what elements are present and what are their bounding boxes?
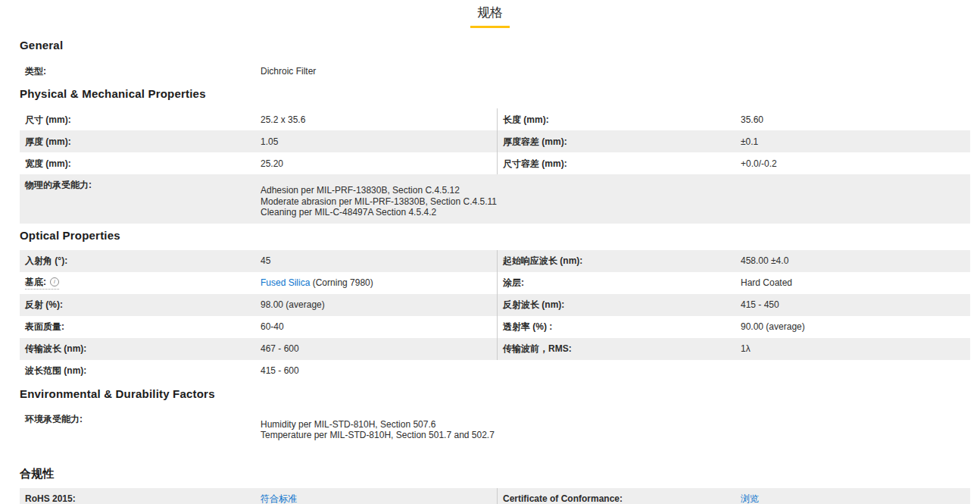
spec-value: Fused Silica (Corning 7980) [261, 272, 497, 294]
spec-value: 90.00 (average) [741, 316, 970, 338]
table-row: 反射 (%): 98.00 (average) 反射波长 (nm): 415 -… [20, 294, 970, 316]
table-row: 尺寸 (mm): 25.2 x 35.6 长度 (mm): 35.60 [20, 108, 970, 130]
spec-value: Adhesion per MIL-PRF-13830B, Section C.4… [261, 174, 970, 224]
spec-value: 60-40 [261, 316, 497, 338]
spec-label: 透射率 (%) : [497, 316, 741, 338]
spec-value: Hard Coated [741, 272, 970, 294]
specifications-page: 规格 General 类型: Dichroic Filter Physical … [0, 0, 980, 504]
spec-value: ±0.1 [741, 130, 970, 152]
spec-label: 环境承受能力: [25, 409, 261, 446]
table-row: 宽度 (mm): 25.20 尺寸容差 (mm): +0.0/-0.2 [20, 152, 970, 174]
spec-label: 反射波长 (nm): [497, 294, 741, 316]
table-row: 环境承受能力: Humidity per MIL-STD-810H, Secti… [20, 409, 970, 446]
spec-label: 表面质量: [25, 316, 261, 338]
spec-label: 宽度 (mm): [25, 152, 261, 174]
spec-value: 35.60 [741, 108, 970, 130]
spec-label: RoHS 2015: [25, 488, 261, 504]
fused-silica-link[interactable]: Fused Silica [261, 277, 310, 288]
info-icon[interactable]: i [50, 277, 59, 286]
section-heading-environmental: Environmental & Durability Factors [20, 387, 970, 401]
spec-value: 1λ [741, 338, 970, 360]
spec-value-lines: Humidity per MIL-STD-810H, Section 507.6… [261, 414, 495, 446]
spec-value-line: Moderate abrasion per MIL-PRF-13830B, Se… [261, 196, 497, 208]
spec-value: 98.00 (average) [261, 294, 497, 316]
table-row: 波长范围 (nm): 415 - 600 [20, 360, 970, 382]
spec-value-line: Temperature per MIL-STD-810H, Section 50… [261, 430, 495, 441]
empty-cell [497, 360, 741, 382]
table-row: 入射角 (°): 45 起始响应波长 (nm): 458.00 ±4.0 [20, 250, 970, 272]
substrate-label[interactable]: 基底: i [25, 272, 261, 294]
environmental-table: 环境承受能力: Humidity per MIL-STD-810H, Secti… [20, 409, 970, 446]
table-row: 厚度 (mm): 1.05 厚度容差 (mm): ±0.1 [20, 130, 970, 152]
table-row: 传输波长 (nm): 467 - 600 传输波前，RMS: 1λ [20, 338, 970, 360]
optical-table: 入射角 (°): 45 起始响应波长 (nm): 458.00 ±4.0 基底:… [20, 250, 970, 382]
spec-label: Certificate of Conformance: [497, 488, 741, 504]
spec-value: 467 - 600 [261, 338, 497, 360]
spec-value-lines: Adhesion per MIL-PRF-13830B, Section C.4… [261, 180, 497, 224]
table-row: 表面质量: 60-40 透射率 (%) : 90.00 (average) [20, 316, 970, 338]
spec-value-line: Cleaning per MIL-C-48497A Section 4.5.4.… [261, 207, 497, 218]
spec-label: 入射角 (°): [25, 250, 261, 272]
spec-value: 415 - 600 [261, 360, 497, 382]
spec-label: 反射 (%): [25, 294, 261, 316]
rohs-compliant-link[interactable]: 符合标准 [261, 493, 297, 504]
spec-label: 尺寸容差 (mm): [497, 152, 741, 174]
certificate-view-link[interactable]: 浏览 [741, 493, 759, 504]
spec-value: Humidity per MIL-STD-810H, Section 507.6… [261, 409, 970, 446]
spec-label: 长度 (mm): [497, 108, 741, 130]
spec-value: 458.00 ±4.0 [741, 250, 970, 272]
spec-label: 厚度容差 (mm): [497, 130, 741, 152]
spec-value: +0.0/-0.2 [741, 152, 970, 174]
spec-label: 厚度 (mm): [25, 130, 261, 152]
section-heading-compliance: 合规性 [20, 466, 970, 481]
page-title: 规格 [470, 4, 510, 28]
spec-label: 类型: [25, 60, 261, 82]
spec-value: 25.2 x 35.6 [261, 108, 497, 130]
spec-value: Dichroic Filter [261, 60, 970, 82]
spec-label: 涂层: [497, 272, 741, 294]
compliance-table: RoHS 2015: 符合标准 Certificate of Conforman… [20, 488, 970, 504]
spec-label: 物理的承受能力: [25, 174, 261, 224]
spec-label: 传输波前，RMS: [497, 338, 741, 360]
section-heading-general: General [20, 38, 970, 52]
spec-label: 尺寸 (mm): [25, 108, 261, 130]
spec-value-line: Adhesion per MIL-PRF-13830B, Section C.4… [261, 185, 497, 196]
spec-value: 25.20 [261, 152, 497, 174]
spec-value-line: Humidity per MIL-STD-810H, Section 507.6 [261, 419, 495, 430]
spec-value: 浏览 [741, 488, 970, 504]
table-row: 类型: Dichroic Filter [20, 60, 970, 82]
spec-label: 波长范围 (nm): [25, 360, 261, 382]
section-heading-physical: Physical & Mechanical Properties [20, 86, 970, 101]
table-row: RoHS 2015: 符合标准 Certificate of Conforman… [20, 488, 970, 504]
spec-label: 传输波长 (nm): [25, 338, 261, 360]
empty-cell [741, 360, 970, 382]
spec-label: 起始响应波长 (nm): [497, 250, 741, 272]
table-row: 物理的承受能力: Adhesion per MIL-PRF-13830B, Se… [20, 174, 970, 224]
spec-value: 1.05 [261, 130, 497, 152]
spec-value: 45 [261, 250, 497, 272]
spec-label: 基底: [25, 277, 46, 287]
spec-value-suffix: (Corning 7980) [310, 277, 373, 288]
spec-value: 符合标准 [261, 488, 497, 504]
table-row: 基底: i Fused Silica (Corning 7980) 涂层: Ha… [20, 272, 970, 294]
section-heading-optical: Optical Properties [20, 228, 970, 243]
substrate-tooltip-trigger[interactable]: 基底: i [25, 277, 59, 290]
content: General 类型: Dichroic Filter Physical & M… [20, 38, 970, 504]
spec-value: 415 - 450 [741, 294, 970, 316]
title-block: 规格 [0, 4, 980, 28]
general-table: 类型: Dichroic Filter [20, 60, 970, 82]
physical-table: 尺寸 (mm): 25.2 x 35.6 长度 (mm): 35.60 厚度 (… [20, 108, 970, 224]
